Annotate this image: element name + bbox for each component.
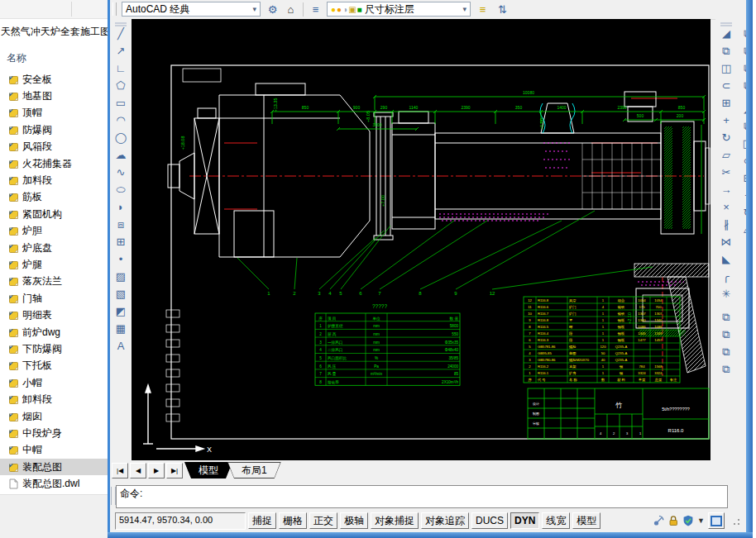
workspace-dropdown[interactable]: AutoCAD 经典 ▾ (122, 2, 261, 17)
file-item[interactable]: 炉胆 (0, 223, 108, 240)
layer-dropdown[interactable]: ●●◑▣■ 尺寸标注层 ▾ (327, 2, 471, 17)
toolbar-grab-handle[interactable] (115, 22, 127, 24)
file-item[interactable]: 中段炉身 (0, 425, 108, 441)
toolbar-grab-handle[interactable] (720, 22, 732, 24)
my-workspace-button[interactable]: ⌂ (282, 1, 299, 18)
file-item[interactable]: 地基图 (0, 88, 108, 104)
workspace-settings-button[interactable]: ⚙ (264, 1, 281, 18)
file-item[interactable]: 风箱段 (0, 139, 108, 155)
toggle-DYN[interactable]: DYN (510, 512, 539, 529)
scale-tool[interactable]: ▱ (715, 146, 737, 164)
point-tool[interactable]: • (110, 250, 132, 268)
circle-tool[interactable]: ◯ (110, 129, 132, 146)
file-item[interactable]: 下防爆阀 (0, 340, 108, 357)
send-to-back-tool[interactable]: ⧉ (737, 42, 746, 60)
fillet-tool[interactable]: ╭ (715, 268, 737, 285)
toggle-对象捕捉[interactable]: 对象捕捉 (371, 512, 419, 529)
file-item[interactable]: 小帽 (0, 374, 108, 391)
erase-tool[interactable]: ◢ (715, 25, 737, 42)
copy-tool[interactable]: ⧉ (737, 117, 746, 135)
tab-nav-button-0[interactable]: |◀ (112, 463, 128, 478)
bring-to-front-tool[interactable]: ⧉ (715, 308, 737, 326)
resize-grip[interactable] (733, 516, 741, 526)
file-item[interactable]: 加料段 (0, 172, 108, 188)
send-under-objects-tool[interactable]: ⧉ (715, 360, 737, 378)
layer-plot-icon[interactable]: ◑ (342, 5, 347, 14)
coordinates-readout[interactable]: 5914.47, 9570.34, 0.00 (115, 512, 246, 530)
trim-tool[interactable]: ✂ (715, 164, 737, 181)
file-item[interactable]: 紧固机构 (0, 206, 108, 222)
toolbar-grip[interactable] (112, 2, 117, 16)
layer-color-icon[interactable]: ■ (357, 5, 362, 14)
layer-properties-button[interactable]: ≡ (307, 1, 324, 18)
ellipse-tool[interactable]: ⬭ (110, 181, 132, 198)
mirror-tool[interactable]: ◫ (737, 135, 746, 152)
rotate-tool[interactable]: ↻ (737, 204, 746, 221)
file-item[interactable]: 明细表 (0, 307, 108, 323)
tab-nav-button-1[interactable]: ◀ (130, 463, 146, 478)
file-item[interactable]: 烟囱 (0, 408, 108, 425)
insert-block-tool[interactable]: ⧈ (110, 216, 132, 233)
file-item[interactable]: 炉底盘 (0, 240, 108, 256)
make-block-tool[interactable]: ⊞ (110, 233, 132, 250)
table-tool[interactable]: ▦ (110, 320, 132, 337)
move-tool[interactable]: + (715, 112, 737, 129)
drawing-canvas[interactable]: 序项 目单位数 值1炉膛直径mm58002层 高mm5503一排风口mmΦ35x… (132, 19, 711, 460)
tab-layout1[interactable]: 布局1 (227, 462, 281, 478)
toggle-正交[interactable]: 正交 (309, 512, 337, 529)
toggle-对象追踪[interactable]: 对象追踪 (421, 512, 469, 529)
explorer-column-header-name[interactable]: 名称 (7, 51, 26, 65)
array-tool[interactable]: ⊞ (737, 169, 746, 187)
layer-freeze-icon[interactable]: ● (337, 5, 342, 14)
tab-nav-button-2[interactable]: ▶ (148, 463, 165, 478)
extend-tool[interactable]: → (715, 181, 737, 198)
toggle-栅格[interactable]: 栅格 (279, 512, 307, 529)
explode-tool[interactable]: ✳ (715, 285, 737, 302)
toggle-捕捉[interactable]: 捕捉 (248, 512, 276, 529)
erase-tool[interactable]: ◢ (737, 100, 746, 117)
hatch-tool[interactable]: ▨ (110, 268, 132, 285)
revision-cloud-tool[interactable]: ☁ (110, 146, 132, 164)
chamfer-tool[interactable]: ◣ (715, 250, 737, 268)
gradient-tool[interactable]: ▧ (110, 285, 132, 302)
file-item[interactable]: 卸料段 (0, 391, 108, 407)
communication-center-icon[interactable] (653, 515, 664, 526)
file-item[interactable]: 下托板 (0, 358, 108, 374)
ellipse-arc-tool[interactable]: ◗ (110, 198, 132, 216)
tab-nav-button-3[interactable]: ▶| (166, 463, 183, 478)
layer-lock-icon[interactable]: ▣ (348, 5, 356, 14)
tray-chevron-icon[interactable]: ▼ (697, 517, 705, 525)
line-tool[interactable]: ╱ (110, 25, 132, 42)
construction-line-tool[interactable]: ↗ (110, 42, 132, 60)
arc-tool[interactable]: ◠ (110, 112, 132, 129)
bring-above-objects-tool[interactable]: ⧉ (715, 343, 737, 360)
file-item[interactable]: 门轴 (0, 290, 108, 307)
polyline-tool[interactable]: ∟ (110, 60, 132, 77)
toggle-DUCS[interactable]: DUCS (471, 512, 508, 529)
move-tool[interactable]: + (737, 187, 746, 204)
rotate-tool[interactable]: ↻ (715, 129, 737, 146)
toggle-极轴[interactable]: 极轴 (340, 512, 368, 529)
lock-icon[interactable] (667, 515, 679, 526)
command-line[interactable]: 命令: (116, 485, 728, 508)
file-item[interactable]: 装配总图.dwl (0, 475, 108, 492)
send-under-objects-tool[interactable]: ⧉ (737, 77, 746, 94)
array-tool[interactable]: ⊞ (715, 94, 737, 112)
file-item[interactable]: 前炉dwg (0, 324, 108, 340)
offset-tool[interactable]: ⊂ (715, 77, 737, 94)
clean-screen-button[interactable] (708, 512, 725, 529)
toggle-线宽[interactable]: 线宽 (542, 512, 570, 529)
mirror-tool[interactable]: ◫ (715, 60, 737, 77)
trusted-dwg-icon[interactable] (682, 515, 694, 526)
layer-states-button[interactable]: ⇅ (494, 1, 511, 18)
file-item[interactable]: 落灰法兰 (0, 274, 108, 290)
file-item[interactable]: 安全板 (0, 71, 108, 88)
spline-tool[interactable]: ∿ (110, 164, 132, 181)
window-border-right[interactable] (746, 0, 753, 538)
toggle-模型[interactable]: 模型 (572, 512, 600, 529)
file-item[interactable]: 炉腿 (0, 256, 108, 273)
tab-model[interactable]: 模型 (184, 462, 232, 478)
scale-tool[interactable]: ▱ (737, 221, 746, 239)
bring-to-front-tool[interactable]: ⧉ (737, 25, 746, 42)
polygon-tool[interactable]: ⬠ (110, 77, 132, 94)
